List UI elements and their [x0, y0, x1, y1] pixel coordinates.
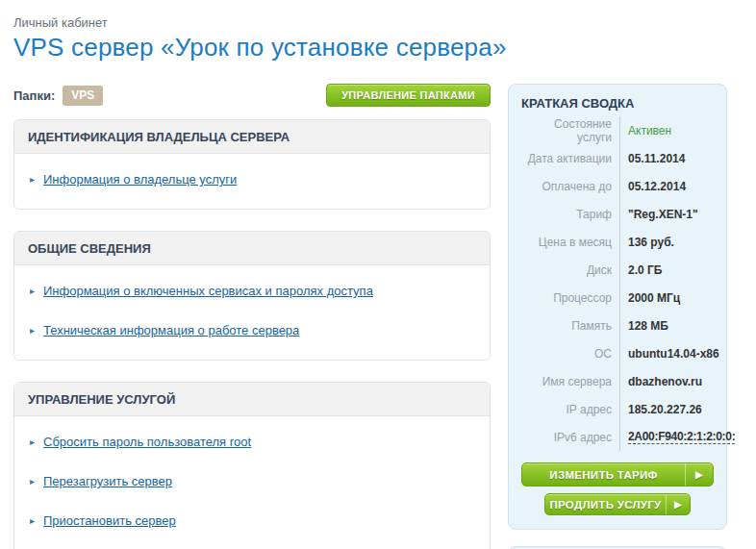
- bullet-arrow-icon: ▸: [30, 477, 43, 487]
- bullet-arrow-icon: ▸: [30, 516, 43, 526]
- summary-value: "Reg.XEN-1": [619, 200, 714, 228]
- prolong-service-label: ПРОДЛИТЬ УСЛУГУ: [545, 499, 666, 511]
- section-title: УПРАВЛЕНИЕ УСЛУГОЙ: [14, 383, 490, 416]
- folders-row: Папки: VPS УПРАВЛЕНИЕ ПАПКАМИ: [13, 84, 491, 107]
- section-general-info: ОБЩИЕ СВЕДЕНИЯ ▸ Информация о включенных…: [13, 231, 491, 361]
- main-column: Папки: VPS УПРАВЛЕНИЕ ПАПКАМИ ИДЕНТИФИКА…: [13, 84, 491, 549]
- summary-label: IPv6 адрес: [521, 423, 619, 451]
- summary-value: dbazhenov.ru: [619, 367, 714, 395]
- folders-label: Папки:: [13, 88, 55, 103]
- summary-row-monthly-price: Цена в месяц 136 руб.: [521, 228, 714, 256]
- link-services-passwords[interactable]: Информация о включенных сервисах и парол…: [43, 284, 373, 298]
- summary-panel: КРАТКАЯ СВОДКА Состояние услуги Активен …: [508, 84, 727, 530]
- section-title: ИДЕНТИФИКАЦИЯ ВЛАДЕЛЬЦА СЕРВЕРА: [14, 120, 490, 154]
- folder-badge-vps[interactable]: VPS: [63, 86, 103, 106]
- summary-label: Оплачена до: [521, 172, 619, 200]
- link-reboot-server[interactable]: Перезагрузить сервер: [43, 474, 172, 488]
- manage-folders-button[interactable]: УПРАВЛЕНИЕ ПАПКАМИ: [326, 84, 491, 107]
- summary-row-disk: Диск 2.0 ГБ: [521, 256, 714, 284]
- section-body: ▸ Информация о включенных сервисах и пар…: [14, 265, 490, 360]
- summary-label: Диск: [521, 256, 619, 284]
- summary-value: 05.12.2014: [619, 172, 714, 200]
- summary-row-tariff: Тариф "Reg.XEN-1": [521, 200, 714, 228]
- summary-label: Память: [521, 312, 619, 339]
- summary-label: Дата активации: [521, 144, 619, 172]
- page-title: VPS сервер «Урок по установке сервера»: [13, 33, 727, 62]
- summary-label: IP адрес: [521, 395, 619, 423]
- columns: Папки: VPS УПРАВЛЕНИЕ ПАПКАМИ ИДЕНТИФИКА…: [13, 84, 727, 549]
- list-item: ▸ Информация о владельце услуги: [28, 160, 476, 199]
- summary-value: 185.20.227.26: [619, 395, 714, 423]
- list-item: ▸ Техническая информация о работе сервер…: [28, 311, 476, 350]
- link-reset-root-password[interactable]: Сбросить пароль пользователя root: [43, 435, 251, 449]
- summary-buttons: ИЗМЕНИТЬ ТАРИФ ▶ ПРОДЛИТЬ УСЛУГУ ▶: [521, 462, 714, 515]
- list-item: ▸ Сбросить пароль пользователя root: [28, 422, 476, 462]
- summary-row-ip-address: IP адрес 185.20.227.26: [521, 395, 714, 423]
- sidebar-column: КРАТКАЯ СВОДКА Состояние услуги Активен …: [508, 84, 727, 549]
- section-owner-identification: ИДЕНТИФИКАЦИЯ ВЛАДЕЛЬЦА СЕРВЕРА ▸ Информ…: [13, 119, 491, 210]
- section-body: ▸ Сбросить пароль пользователя root ▸ Пе…: [14, 416, 490, 549]
- summary-value: ubuntu14.04-x86: [619, 339, 719, 367]
- summary-row-os: ОС ubuntu14.04-x86: [521, 339, 714, 367]
- arrow-right-icon: ▶: [686, 469, 713, 480]
- folders-group: Папки: VPS: [13, 86, 103, 106]
- summary-row-memory: Память 128 МБ: [521, 312, 714, 339]
- change-tariff-label: ИЗМЕНИТЬ ТАРИФ: [522, 469, 685, 481]
- list-item: ▸ Информация о включенных сервисах и пар…: [28, 271, 476, 311]
- list-item: ▸ Перезагрузить сервер: [28, 462, 476, 501]
- status-badge: Активен: [628, 124, 671, 137]
- summary-value: 128 МБ: [619, 312, 714, 339]
- bullet-arrow-icon: ▸: [30, 437, 43, 447]
- summary-label: Имя сервера: [521, 367, 619, 395]
- section-body: ▸ Информация о владельце услуги: [14, 154, 490, 209]
- summary-row-ipv6-address: IPv6 адрес 2A00:F940:2:1:2:0:0:: [521, 423, 714, 451]
- summary-row-activation-date: Дата активации 05.11.2014: [521, 144, 714, 172]
- link-suspend-server[interactable]: Приостановить сервер: [43, 513, 176, 528]
- summary-label: Процессор: [521, 284, 619, 312]
- bullet-arrow-icon: ▸: [30, 287, 43, 296]
- summary-value: 136 руб.: [619, 228, 714, 256]
- summary-row-paid-until: Оплачена до 05.12.2014: [521, 172, 714, 200]
- link-technical-info[interactable]: Техническая информация о работе сервера: [43, 323, 299, 337]
- summary-row-status: Состояние услуги Активен: [521, 116, 714, 144]
- summary-title: КРАТКАЯ СВОДКА: [521, 96, 714, 111]
- change-tariff-button[interactable]: ИЗМЕНИТЬ ТАРИФ ▶: [521, 462, 714, 487]
- arrow-right-icon: ▶: [667, 499, 690, 510]
- summary-row-cpu: Процессор 2000 МГц: [521, 284, 714, 312]
- list-item: ▸ Переустановить операционную систему: [28, 540, 476, 549]
- page: Личный кабинет VPS сервер «Урок по устан…: [0, 0, 727, 549]
- summary-label: ОС: [521, 339, 619, 367]
- ipv6-address-link[interactable]: 2A00:F940:2:1:2:0:0:: [628, 430, 735, 444]
- summary-value: 2000 МГц: [619, 284, 714, 312]
- bullet-arrow-icon: ▸: [30, 175, 43, 185]
- summary-label: Состояние услуги: [521, 116, 619, 144]
- link-owner-info[interactable]: Информация о владельце услуги: [43, 172, 237, 187]
- summary-rows: Состояние услуги Активен Дата активации …: [521, 116, 714, 451]
- prolong-service-button[interactable]: ПРОДЛИТЬ УСЛУГУ ▶: [544, 493, 691, 515]
- section-service-management: УПРАВЛЕНИЕ УСЛУГОЙ ▸ Сбросить пароль пол…: [13, 382, 491, 549]
- summary-row-server-name: Имя сервера dbazhenov.ru: [521, 367, 714, 395]
- list-item: ▸ Приостановить сервер: [28, 501, 476, 540]
- summary-label: Цена в месяц: [521, 228, 619, 256]
- summary-value: 05.11.2014: [619, 144, 714, 172]
- summary-value: 2.0 ГБ: [619, 256, 714, 284]
- summary-label: Тариф: [521, 200, 619, 228]
- section-title: ОБЩИЕ СВЕДЕНИЯ: [14, 232, 490, 265]
- breadcrumb[interactable]: Личный кабинет: [13, 15, 108, 30]
- bullet-arrow-icon: ▸: [30, 326, 43, 336]
